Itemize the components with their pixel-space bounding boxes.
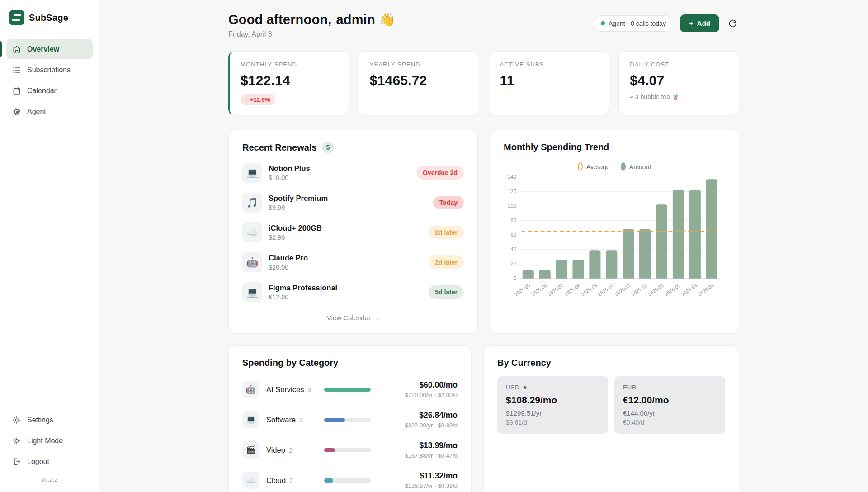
category-name: Software [266, 416, 296, 424]
plus-icon: + [689, 19, 693, 27]
category-row[interactable]: 🤖 AI Services 3 $60.00/mo $720.00/yr · $… [242, 380, 458, 398]
svg-text:120: 120 [508, 188, 517, 194]
stat-label: ACTIVE SUBS [500, 61, 598, 68]
status-badge: Today [433, 196, 464, 209]
category-monthly: $13.99/mo [381, 441, 458, 450]
agent-status-label: Agent · 0 calls today [609, 20, 666, 27]
currency-monthly: €12.00/mo [623, 395, 717, 406]
page-title: Good afternoon,admin 👋 [228, 12, 396, 27]
list-item[interactable]: 🤖 Claude Pro $20.00 2d later [242, 252, 464, 272]
subscription-price: $20.00 [269, 264, 429, 271]
svg-text:140: 140 [508, 174, 517, 180]
list-item[interactable]: 🎵 Spotify Premium $9.99 Today [242, 193, 464, 213]
category-sub: $135.87/yr · $0.38/d [381, 483, 458, 489]
status-badge: Overdue 2d [416, 166, 464, 180]
sidebar-item-calendar[interactable]: Calendar [6, 80, 93, 101]
category-progress-fill [324, 478, 333, 483]
sidebar-item-subscriptions[interactable]: Subscriptions [6, 60, 93, 80]
sidebar-item-label: Agent [27, 108, 46, 116]
panel-title: Recent Renewals [242, 142, 317, 153]
currency-daily: $3.61/d [506, 419, 599, 426]
subscription-name: Notion Plus [269, 164, 416, 173]
currency-yearly: €144.00/yr [623, 409, 717, 417]
clapper-emoji-icon: 🎬 [242, 441, 259, 459]
category-monthly: $11.32/mo [381, 471, 458, 481]
delta-badge: ↑ +12.6% [241, 94, 275, 105]
sidebar-item-settings[interactable]: Settings [6, 410, 93, 430]
sidebar-item-light-mode[interactable]: Light Mode [6, 430, 93, 451]
subscription-price: $2.99 [269, 234, 429, 241]
svg-text:20: 20 [510, 260, 517, 266]
stat-note: ≈ a bubble tea 🧋 [630, 93, 728, 100]
category-count: 3 [299, 416, 303, 424]
category-monthly: $60.00/mo [381, 380, 458, 390]
list-item[interactable]: 💻 Figma Professional €12.00 5d later [242, 282, 464, 302]
sidebar-item-label: Settings [27, 416, 53, 424]
trend-chart-svg: 0204060801001201402025-052025-062025-072… [504, 173, 725, 308]
logout-icon [12, 457, 21, 466]
category-count: 2 [289, 477, 293, 484]
svg-text:100: 100 [508, 203, 517, 208]
sidebar-nav: Overview Subscriptions Calendar Agent [6, 39, 93, 122]
category-row[interactable]: 💻 Software 3 $26.84/mo $322.09/yr · $0.8… [242, 411, 458, 429]
stat-label: YEARLY SPEND [370, 61, 468, 68]
category-progress-track [324, 448, 371, 452]
svg-text:40: 40 [510, 246, 517, 252]
calendar-icon [12, 86, 21, 95]
category-row[interactable]: 🎬 Video 2 $13.99/mo $167.88/yr · $0.47/d [242, 441, 458, 459]
status-badge: 2d later [429, 255, 464, 269]
stat-label: DAILY COST [630, 61, 728, 68]
svg-text:2025-10: 2025-10 [597, 282, 614, 297]
add-button[interactable]: + Add [680, 14, 719, 32]
refresh-button[interactable] [726, 17, 739, 30]
category-row[interactable]: ☁️ Cloud 2 $11.32/mo $135.87/yr · $0.38/… [242, 471, 458, 489]
stat-label: MONTHLY SPEND [241, 61, 338, 68]
panel-title: Monthly Spending Trend [504, 142, 725, 152]
legend-average[interactable]: Average [578, 162, 610, 171]
panel-title: By Currency [497, 358, 725, 368]
svg-text:2026-04: 2026-04 [697, 282, 715, 297]
sun-icon [12, 436, 21, 445]
svg-text:2025-07: 2025-07 [547, 282, 564, 297]
bar-chart: 0204060801001201402025-052025-062025-072… [504, 173, 725, 308]
currency-code: USD ★ [506, 384, 599, 391]
sidebar-item-label: Overview [27, 45, 59, 53]
list-item[interactable]: 💻 Notion Plus $10.00 Overdue 2d [242, 163, 464, 183]
list-item[interactable]: ☁️ iCloud+ 200GB $2.99 2d later [242, 222, 464, 242]
subsage-logo-icon [9, 10, 24, 25]
stat-value: 11 [500, 73, 598, 88]
stat-card-yearly-spend: YEARLY SPEND $1465.72 [359, 51, 479, 115]
category-progress-track [324, 478, 371, 483]
currency-monthly: $108.29/mo [506, 395, 599, 406]
stat-card-active-subs: ACTIVE SUBS 11 [489, 51, 609, 115]
spending-trend-panel: Monthly Spending Trend Average Amount 02… [490, 130, 739, 334]
sidebar-item-agent[interactable]: Agent [6, 101, 93, 122]
renewals-count-badge: 5 [322, 142, 335, 153]
current-date: Friday, April 3 [228, 30, 396, 38]
sidebar: SubSage Overview Subscriptions Calendar … [0, 0, 99, 492]
sidebar-item-label: Light Mode [27, 437, 63, 445]
laptop-emoji-icon: 💻 [242, 282, 262, 302]
svg-text:60: 60 [510, 232, 517, 237]
stat-card-monthly-spend: MONTHLY SPEND $122.14 ↑ +12.6% [228, 51, 349, 115]
home-icon [12, 45, 21, 54]
legend-amount[interactable]: Amount [621, 162, 651, 171]
app-version: v0.2.2 [6, 476, 93, 486]
sidebar-item-logout[interactable]: Logout [6, 451, 93, 472]
svg-text:2026-01: 2026-01 [647, 282, 665, 297]
subscription-name: Figma Professional [269, 284, 429, 292]
agent-status-badge[interactable]: Agent · 0 calls today [594, 15, 673, 32]
refresh-icon [728, 19, 737, 28]
category-sub: $167.88/yr · $0.47/d [381, 452, 458, 459]
sidebar-item-label: Calendar [27, 87, 57, 95]
topbar: Good afternoon,admin 👋 Friday, April 3 A… [228, 12, 739, 38]
view-calendar-link[interactable]: View Calendar → [242, 314, 464, 322]
music-emoji-icon: 🎵 [242, 193, 262, 213]
sidebar-item-label: Subscriptions [27, 66, 71, 74]
svg-text:2026-03: 2026-03 [680, 282, 698, 297]
category-progress-fill [324, 388, 371, 392]
sidebar-item-overview[interactable]: Overview [6, 39, 93, 59]
main-content: Good afternoon,admin 👋 Friday, April 3 A… [99, 0, 868, 492]
category-sub: $322.09/yr · $0.89/d [381, 422, 458, 429]
laptop-emoji-icon: 💻 [242, 411, 259, 428]
